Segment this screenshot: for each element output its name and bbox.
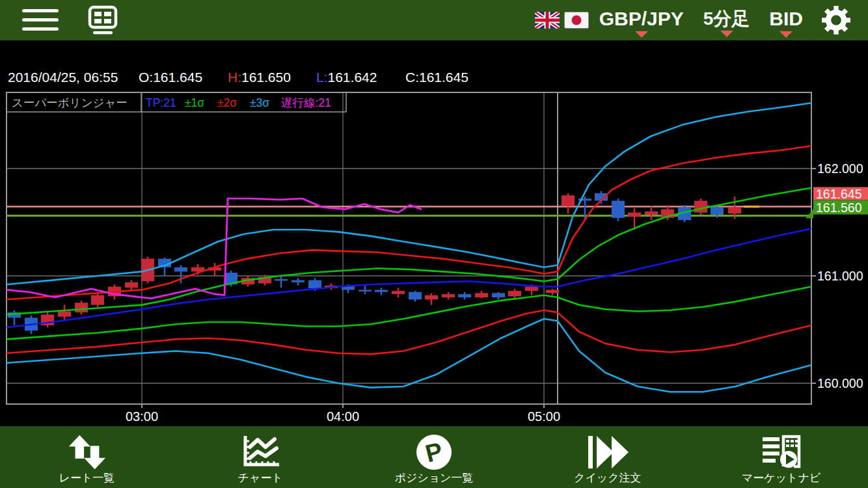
price-flag-ref-label: 161.560 [816,200,862,215]
candle-body [359,290,372,291]
nav-item-quick-order[interactable]: クイック注文 [521,426,694,488]
band-line--2σ [7,310,811,355]
pair-flags [535,12,589,29]
candle-body [125,282,138,288]
candle-body [75,303,88,312]
timeframe-selector[interactable]: 5分足 [703,10,750,31]
app-root: GBP/JPY 5分足 BID [0,0,868,488]
candle-body [694,201,707,213]
x-axis-tick-label: 05:00 [528,409,560,424]
candle-body [58,311,71,316]
candle-body [442,294,455,297]
chart-legend: スーパーボリンジャーTP:21±1σ±2σ±3σ遅行線:21 [7,92,346,112]
y-axis-tick-label: 162.000 [817,161,863,176]
grid-layout-icon [87,5,118,36]
candle-body [425,295,438,300]
ohlc-datetime: 2016/04/25, 06:55 [8,70,118,85]
chart-area: 2016/04/25, 06:55 O:161.645 H:161.650 L:… [0,40,868,426]
candle-body [91,295,104,305]
x-axis-tick-label: 04:00 [327,409,359,424]
hamburger-icon [22,9,59,31]
nav-label-rates: レート一覧 [59,472,115,485]
legend-item: ±1σ [185,96,204,109]
lagging-line [7,198,422,299]
settings-button[interactable] [821,5,851,35]
menu-button[interactable] [22,9,59,31]
ohlc-open: O:161.645 [139,70,202,85]
candle-body [628,213,641,217]
top-header: GBP/JPY 5分足 BID [0,0,868,40]
nav-label-market-navi: マーケットナビ [742,472,821,485]
gear-icon [821,5,851,35]
y-axis-tick-label: 160.000 [817,376,863,390]
timeframe-label: 5分足 [703,10,750,28]
candle-body [458,294,471,297]
candle-body [525,287,538,291]
market-navi-news-icon [761,434,802,470]
legend-item: ±3σ [250,96,269,109]
y-axis-tick-label: 161.000 [817,269,863,283]
x-axis-labels: 03:0004:0005:00 [126,404,560,424]
grid-lines [7,92,811,404]
price-chart[interactable]: スーパーボリンジャーTP:21±1σ±2σ±3σ遅行線:2103:0004:00… [0,40,868,426]
candle-body [492,293,505,297]
candle-body [375,290,388,291]
candle-body [546,290,559,293]
band-line-TP [7,228,811,327]
nav-label-quick-order: クイック注文 [574,472,642,485]
candle-body [292,280,305,282]
nav-item-rates[interactable]: レート一覧 [0,426,174,488]
nav-item-market-navi[interactable]: マーケットナビ [694,426,868,488]
chart-border [7,92,811,404]
bollinger-bands [7,103,811,392]
candle-body [645,211,658,215]
price-type-label: BID [769,9,803,29]
legend-item: スーパーボリンジャー [12,96,128,109]
japan-flag-icon [564,12,589,29]
candle-body [409,292,422,300]
legend-item: 遅行線:21 [281,96,331,109]
ohlc-low: L:161.642 [316,70,377,85]
ohlc-readout: 2016/04/25, 06:55 O:161.645 H:161.650 L:… [0,70,868,87]
bottom-nav: レート一覧 チャート P ポジション一覧 [0,426,868,488]
layout-button[interactable] [87,5,118,36]
nav-label-chart: チャート [238,472,283,485]
candle-body [308,280,321,288]
candle-body [275,279,288,281]
pair-dropdown-arrow-icon [635,31,648,38]
pair-selector[interactable]: GBP/JPY [599,9,684,31]
legend-item: TP:21 [146,96,176,109]
candle-body [174,267,187,272]
price-type-dropdown-arrow-icon [780,31,793,38]
candle-body [508,291,521,296]
x-axis-tick-label: 03:00 [126,409,158,424]
price-flag-bid-label: 161.645 [816,187,862,201]
rates-updown-arrows-icon [65,434,108,470]
candle-body [475,293,488,297]
legend-item: ±2σ [217,96,237,109]
price-flags: 161.645161.560 [806,187,868,219]
ohlc-close: C:161.645 [405,70,468,85]
quick-order-fastforward-icon [586,434,630,470]
candle-body [711,207,724,215]
candle-body [392,291,405,294]
timeframe-dropdown-arrow-icon [720,31,733,37]
positions-p-circle-icon: P [416,434,452,470]
price-type-selector[interactable]: BID [769,9,803,31]
pair-label: GBP/JPY [599,9,684,29]
candle-body [562,195,575,206]
nav-label-positions: ポジション一覧 [394,472,473,485]
chart-lines-icon [240,434,280,470]
uk-flag-icon [535,12,560,29]
band-line-+2σ [7,146,811,299]
price-flag-ref-pointer [806,210,813,219]
candle-body [612,201,625,218]
ohlc-high: H:161.650 [228,70,291,85]
candle-body [728,207,741,213]
nav-item-positions[interactable]: P ポジション一覧 [347,426,521,488]
nav-item-chart[interactable]: チャート [174,426,347,488]
